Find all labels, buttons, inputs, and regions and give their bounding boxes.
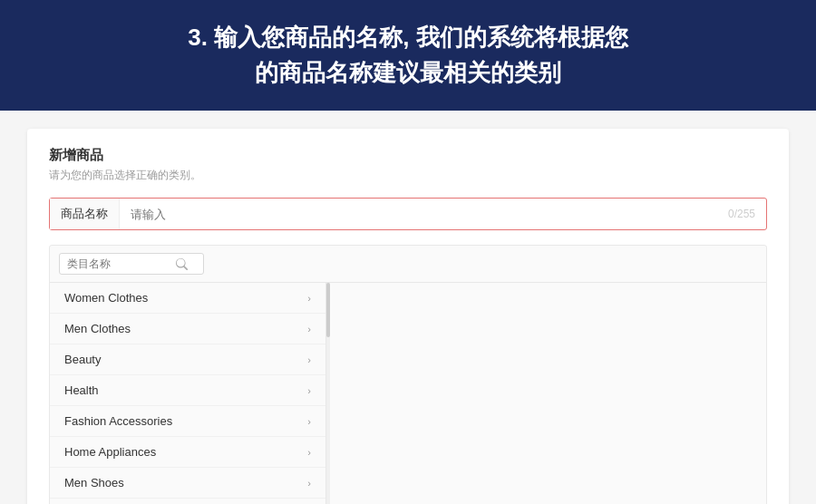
category-item-label: Home Appliances — [64, 445, 156, 459]
category-search-input[interactable] — [67, 257, 176, 270]
card-title: 新增商品 — [49, 147, 767, 164]
chevron-right-icon: › — [307, 293, 311, 304]
main-area: 新增商品 请为您的商品选择正确的类别。 商品名称 0/255 — [0, 111, 816, 504]
chevron-right-icon: › — [307, 447, 311, 458]
card-subtitle: 请为您的商品选择正确的类别。 — [49, 168, 767, 183]
scrollbar-thumb — [326, 283, 330, 337]
search-icon — [176, 258, 188, 270]
category-item-label: Fashion Accessories — [64, 414, 172, 428]
chevron-right-icon: › — [307, 416, 311, 427]
product-name-input[interactable] — [120, 200, 717, 228]
card: 新增商品 请为您的商品选择正确的类别。 商品名称 0/255 — [27, 129, 789, 504]
header-banner: 3. 输入您商品的名称, 我们的系统将根据您 的商品名称建议最相关的类别 — [0, 0, 816, 111]
category-search-box — [59, 253, 204, 275]
category-item-label: Health — [64, 383, 99, 397]
product-name-label: 商品名称 — [50, 199, 120, 229]
category-item-label: Men Clothes — [64, 322, 131, 335]
chevron-right-icon: › — [307, 324, 311, 334]
category-list-item[interactable]: Women Clothes› — [50, 283, 325, 314]
category-search-row — [50, 246, 766, 283]
category-list-item[interactable]: Home Appliances› — [50, 437, 325, 468]
category-list-item[interactable]: Beauty› — [50, 344, 325, 375]
category-right-panel — [330, 283, 766, 504]
category-list: Women Clothes›Men Clothes›Beauty›Health›… — [50, 283, 326, 504]
chevron-right-icon: › — [307, 385, 311, 396]
chevron-right-icon: › — [307, 354, 311, 365]
category-container: Women Clothes›Men Clothes›Beauty›Health›… — [49, 245, 767, 504]
category-list-item[interactable]: Mobile & Gadgets› — [50, 499, 325, 504]
char-count: 0/255 — [717, 200, 766, 228]
category-item-label: Men Shoes — [64, 476, 124, 489]
header-title: 3. 输入您商品的名称, 我们的系统将根据您 的商品名称建议最相关的类别 — [36, 20, 780, 91]
category-item-label: Women Clothes — [64, 291, 148, 305]
product-name-row: 商品名称 0/255 — [49, 198, 767, 230]
chevron-right-icon: › — [307, 478, 311, 489]
category-list-item[interactable]: Men Clothes› — [50, 314, 325, 344]
scrollbar-track — [326, 283, 330, 504]
category-list-item[interactable]: Health› — [50, 375, 325, 406]
category-list-area: Women Clothes›Men Clothes›Beauty›Health›… — [50, 283, 766, 504]
category-item-label: Beauty — [64, 353, 101, 366]
category-list-item[interactable]: Fashion Accessories› — [50, 406, 325, 437]
category-list-item[interactable]: Men Shoes› — [50, 468, 325, 499]
